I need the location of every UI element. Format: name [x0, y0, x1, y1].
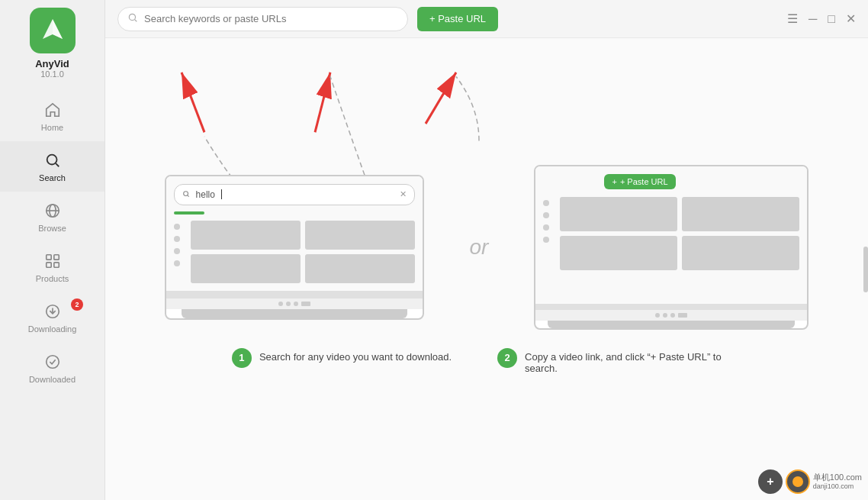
mockup-cell — [191, 254, 301, 283]
mockup-cursor — [221, 189, 222, 199]
mockup2-cells — [560, 197, 799, 270]
mockup-close-btn: ✕ — [400, 189, 407, 199]
mockup-cells — [191, 221, 415, 283]
mockup2-screen: + + Paste URL — [535, 166, 807, 304]
step-1: 1 Search for any video you want to downl… — [232, 348, 452, 374]
main-area: + Paste URL ☰ ─ □ ✕ — [105, 0, 868, 500]
search-icon — [43, 150, 63, 170]
step-2-text: Copy a video link, and click “+ Paste UR… — [525, 348, 741, 374]
laptop-mockup-2: + + Paste URL — [534, 165, 809, 330]
menu-button[interactable]: ☰ — [787, 13, 798, 25]
download-icon — [43, 302, 63, 321]
sidebar-item-downloading[interactable]: 2 Downloading — [0, 292, 104, 343]
sidebar-item-home[interactable]: Home — [0, 91, 104, 141]
check-circle-icon — [43, 352, 63, 372]
mockup-search-text: hello — [196, 189, 215, 200]
watermark: + 单机100.com danji100.com — [758, 469, 862, 494]
mockup-bottom-bar — [182, 309, 407, 318]
sidebar-item-search[interactable]: Search — [0, 141, 104, 192]
mockup2-dots — [543, 197, 555, 270]
home-label: Home — [41, 123, 63, 132]
mockup-grid-1 — [174, 221, 415, 283]
mockup-searchbar: hello ✕ — [174, 184, 415, 205]
search-input[interactable] — [144, 13, 398, 24]
search-box[interactable] — [117, 7, 408, 31]
svg-point-0 — [47, 155, 56, 165]
home-icon — [43, 100, 63, 120]
mockup2-dot — [543, 200, 549, 206]
mockup-dots — [174, 221, 186, 283]
svg-line-15 — [182, 73, 204, 132]
sidebar-item-downloaded[interactable]: Downloaded — [0, 343, 104, 393]
mockup2-paste-icon: + — [612, 177, 616, 186]
downloading-badge: 2 — [71, 298, 83, 311]
mockup-search-icon — [182, 190, 190, 199]
mockup2-cell — [682, 236, 799, 270]
window-controls: ☰ ─ □ ✕ — [787, 13, 856, 25]
steps-area: 1 Search for any video you want to downl… — [121, 348, 853, 374]
search-label: Search — [39, 173, 66, 182]
mockup-stand-dot — [286, 302, 291, 306]
mockup2-cell — [682, 197, 799, 231]
step-2: 2 Copy a video link, and click “+ Paste … — [497, 348, 741, 374]
mockup-green-bar — [174, 211, 204, 215]
laptop-mockup-2-container: + + Paste URL — [534, 165, 809, 330]
mockup-dot — [174, 248, 180, 254]
svg-point-11 — [46, 356, 59, 369]
minimize-button[interactable]: ─ — [809, 13, 817, 25]
close-button[interactable]: ✕ — [846, 13, 856, 25]
mockup2-stand — [535, 310, 807, 321]
app-name: AnyVid — [35, 58, 69, 69]
svg-line-19 — [187, 195, 188, 196]
svg-line-13 — [135, 20, 137, 22]
mockup-cell — [305, 221, 415, 250]
maximize-button[interactable]: □ — [828, 13, 835, 25]
mockup-stand-rect — [301, 302, 310, 306]
mockup2-stand-dot — [663, 313, 667, 318]
mockup2-paste-btn: + + Paste URL — [604, 174, 675, 189]
app-logo — [30, 8, 76, 53]
mockup2-dot — [543, 237, 549, 243]
mockup2-dot — [543, 224, 549, 231]
mockup2-paste-label: + Paste URL — [620, 177, 668, 186]
mockup2-stand-dot — [655, 313, 660, 318]
mockup2-stand-dot — [670, 313, 675, 318]
mockup-base — [166, 291, 423, 298]
mockup-dot — [174, 236, 180, 242]
sidebar: AnyVid 10.1.0 Home Search Browse — [0, 0, 105, 500]
svg-point-18 — [183, 191, 188, 195]
svg-line-16 — [315, 73, 330, 132]
mockup2-grid — [543, 197, 799, 270]
svg-rect-7 — [46, 263, 50, 267]
search-box-icon — [127, 12, 138, 25]
sidebar-item-browse[interactable]: Browse — [0, 192, 104, 242]
grid-icon — [43, 251, 63, 271]
laptop-mockup-1: hello ✕ — [165, 175, 424, 320]
mockup-dot — [174, 260, 180, 266]
paste-url-button[interactable]: + Paste URL — [417, 7, 498, 31]
svg-point-12 — [129, 14, 135, 20]
svg-rect-8 — [53, 263, 58, 267]
step-1-text: Search for any video you want to downloa… — [259, 348, 452, 363]
or-divider: or — [470, 235, 489, 260]
watermark-text: 单机100.com danji100.com — [813, 472, 862, 492]
content-area: hello ✕ — [105, 38, 868, 500]
mockup-stand-dot — [278, 302, 283, 306]
globe-icon — [43, 201, 63, 221]
instructions-area: hello ✕ — [121, 165, 853, 330]
mockup-cell — [191, 221, 301, 250]
downloaded-label: Downloaded — [29, 375, 76, 384]
mockup2-cell — [560, 197, 677, 231]
svg-line-17 — [426, 73, 456, 124]
watermark-circle-ring — [786, 469, 810, 494]
scrollbar[interactable] — [863, 247, 868, 292]
downloading-label: Downloading — [28, 324, 77, 334]
titlebar: + Paste URL ☰ ─ □ ✕ — [105, 0, 868, 38]
sidebar-item-products[interactable]: Products — [0, 242, 104, 292]
svg-rect-6 — [53, 255, 58, 260]
watermark-circle-plus: + — [758, 469, 783, 494]
mockup2-dot — [543, 212, 549, 218]
mockup-cell — [305, 254, 415, 283]
mockup-stand-dot — [294, 302, 298, 306]
mockup2-cell — [560, 236, 677, 270]
